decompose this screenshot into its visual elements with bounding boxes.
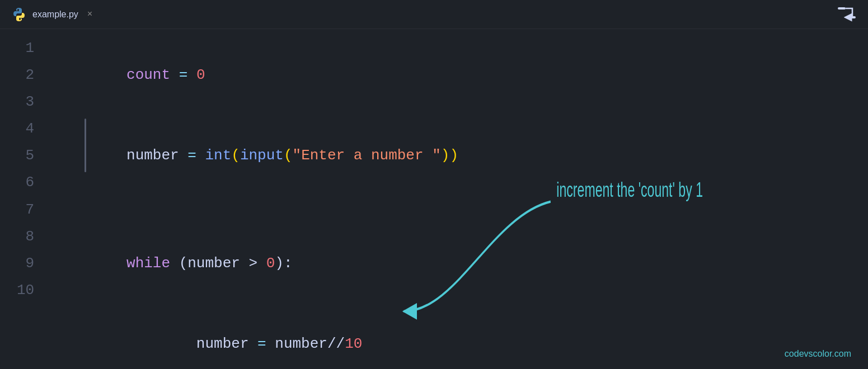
token: "Enter a number " [293, 147, 441, 164]
token: 10 [345, 335, 362, 352]
code-line-2: number = int(input("Enter a number ")) [57, 115, 857, 196]
token: 0 [266, 255, 275, 272]
token: = [248, 335, 275, 352]
token: number// [275, 335, 345, 352]
code-line-5: number = number//10 [57, 304, 857, 369]
tab-filename: example.py [32, 10, 78, 20]
line-num-9: 9 [17, 250, 34, 277]
token: = [170, 67, 196, 83]
token: while [126, 255, 170, 272]
token: number [126, 335, 248, 352]
token: input [240, 147, 284, 164]
editor-window: example.py × 1 2 3 4 5 6 [0, 0, 868, 369]
line-num-8: 8 [17, 223, 34, 250]
token: number [126, 147, 179, 164]
token: )) [441, 147, 458, 164]
code-line-4: while (number > 0): [57, 223, 857, 304]
code-line-1: count = 0 [57, 35, 857, 115]
branch-icon [837, 3, 857, 26]
line-num-5: 5 [17, 142, 34, 169]
line-num-2: 2 [17, 62, 34, 88]
token: count [126, 67, 170, 83]
token: 0 [196, 67, 205, 83]
python-icon [11, 7, 27, 22]
line-num-10: 10 [17, 277, 34, 304]
token: ( [231, 147, 240, 164]
code-line-3 [57, 196, 857, 223]
token: = [179, 147, 205, 164]
line-num-4: 4 [17, 115, 34, 142]
title-bar: example.py × [0, 0, 868, 29]
token: ( [284, 147, 293, 164]
token: ): [275, 255, 292, 272]
line-num-7: 7 [17, 196, 34, 223]
svg-rect-0 [838, 7, 846, 10]
token: int [205, 147, 231, 164]
code-area: 1 2 3 4 5 6 7 8 9 10 count = 0 number = … [0, 29, 868, 369]
code-content: count = 0 number = int(input("Enter a nu… [45, 35, 868, 369]
line-num-6: 6 [17, 169, 34, 196]
line-num-3: 3 [17, 88, 34, 115]
line-numbers: 1 2 3 4 5 6 7 8 9 10 [0, 35, 45, 369]
token: (number > [170, 255, 266, 272]
close-tab-button[interactable]: × [87, 10, 93, 20]
line-num-1: 1 [17, 35, 34, 62]
watermark: codevscolor.com [785, 349, 851, 359]
title-bar-left: example.py × [11, 7, 92, 22]
block-indent-line [85, 119, 86, 172]
